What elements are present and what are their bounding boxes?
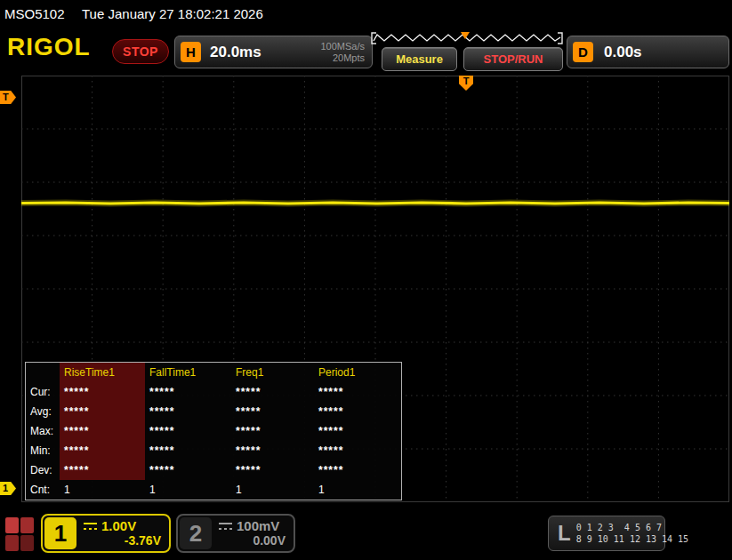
measure-value: *****	[60, 382, 145, 402]
logic-channels-row1: 0 1 2 3 4 5 6 7	[576, 522, 688, 533]
table-corner	[26, 363, 60, 382]
dc-coupling-icon	[219, 522, 232, 531]
oscilloscope-screen: MSO5102 Tue January 27 18:02:21 2026 RIG…	[0, 0, 732, 560]
channel1-trace	[21, 203, 729, 204]
logic-channels-panel[interactable]: L 0 1 2 3 4 5 6 7 8 9 10 11 12 13 14 15	[548, 516, 665, 551]
delay-panel[interactable]: D 0.00s	[567, 36, 729, 68]
measure-value: *****	[60, 441, 145, 460]
menu-square	[20, 517, 34, 533]
measure-value: *****	[145, 382, 231, 402]
bottom-bar: 1 1.00V -3.76V 2 100mV 0.00V L	[0, 507, 732, 560]
channel1-panel[interactable]: 1 1.00V -3.76V	[41, 514, 171, 553]
horizontal-label: H	[181, 42, 201, 62]
measure-count: 1	[314, 480, 403, 500]
measure-column-header: RiseTime1	[60, 363, 145, 382]
delay-label: D	[573, 42, 593, 62]
menu-square	[5, 535, 19, 551]
measure-column-header: FallTime1	[145, 363, 231, 382]
stop-run-button[interactable]: STOP/RUN	[463, 47, 563, 71]
datetime: Tue January 27 18:02:21 2026	[82, 6, 263, 21]
menu-square	[5, 517, 19, 533]
measure-value: *****	[314, 421, 403, 441]
measure-column-header: Freq1	[231, 363, 314, 382]
measure-value: *****	[314, 402, 403, 421]
menu-grid-icon[interactable]	[5, 517, 34, 551]
channel2-offset: 0.00V	[219, 533, 286, 548]
row-label: Dev:	[26, 460, 60, 480]
channel1-offset: -3.76V	[84, 533, 161, 548]
measure-value: *****	[231, 402, 314, 421]
top-bar: MSO5102 Tue January 27 18:02:21 2026	[0, 0, 732, 29]
measure-value: *****	[231, 441, 314, 460]
row-label: Max:	[26, 421, 60, 441]
channel1-number: 1	[44, 517, 76, 549]
measure-column-header: Period1	[314, 363, 403, 382]
measure-value: *****	[231, 421, 314, 441]
measure-value: *****	[231, 382, 314, 402]
measure-value: *****	[145, 460, 231, 480]
row-label: Avg:	[26, 402, 60, 421]
rigol-logo: RIGOL	[7, 33, 91, 61]
channel1-position-marker[interactable]: 1	[0, 482, 16, 495]
channel2-number: 2	[180, 517, 212, 549]
measure-value: *****	[314, 441, 403, 460]
row-label: Cnt:	[26, 480, 60, 500]
acquisition-info: 100MSa/s 20Mpts	[320, 41, 365, 64]
dc-coupling-icon	[84, 522, 97, 531]
menu-square	[20, 535, 34, 551]
measure-value: *****	[60, 402, 145, 421]
channel1-scale: 1.00V	[101, 518, 136, 533]
measure-value: *****	[60, 460, 145, 480]
channel2-panel[interactable]: 2 100mV 0.00V	[176, 514, 295, 553]
sample-rate: 100MSa/s	[320, 41, 365, 52]
measure-count: 1	[145, 480, 231, 500]
measure-value: *****	[231, 460, 314, 480]
run-state-badge[interactable]: STOP	[112, 39, 169, 64]
horizontal-panel[interactable]: H 20.0ms 100MSa/s 20Mpts	[174, 36, 373, 68]
measure-value: *****	[314, 382, 403, 402]
measure-count: 1	[60, 480, 145, 500]
measure-value: *****	[145, 402, 231, 421]
channel2-scale: 100mV	[237, 518, 279, 533]
delay-value: 0.00s	[604, 44, 642, 61]
measurement-table[interactable]: RiseTime1 FallTime1 Freq1 Period1 Cur: *…	[25, 362, 402, 500]
logic-channels-row2: 8 9 10 11 12 13 14 15	[576, 533, 688, 545]
row-label: Cur:	[26, 382, 60, 402]
logic-label: L	[558, 521, 571, 546]
memory-depth: 20Mpts	[320, 52, 365, 64]
measure-count: 1	[231, 480, 314, 500]
measure-value: *****	[145, 441, 231, 460]
measure-value: *****	[145, 421, 231, 441]
model-name: MSO5102	[4, 6, 65, 21]
trigger-position-indicator-icon	[461, 32, 470, 39]
trigger-level-marker[interactable]: T	[0, 91, 16, 104]
measure-button[interactable]: Measure	[382, 47, 457, 71]
measure-value: *****	[60, 421, 145, 441]
timebase-value: 20.0ms	[210, 44, 261, 61]
measure-value: *****	[314, 460, 403, 480]
row-label: Min:	[26, 441, 60, 460]
